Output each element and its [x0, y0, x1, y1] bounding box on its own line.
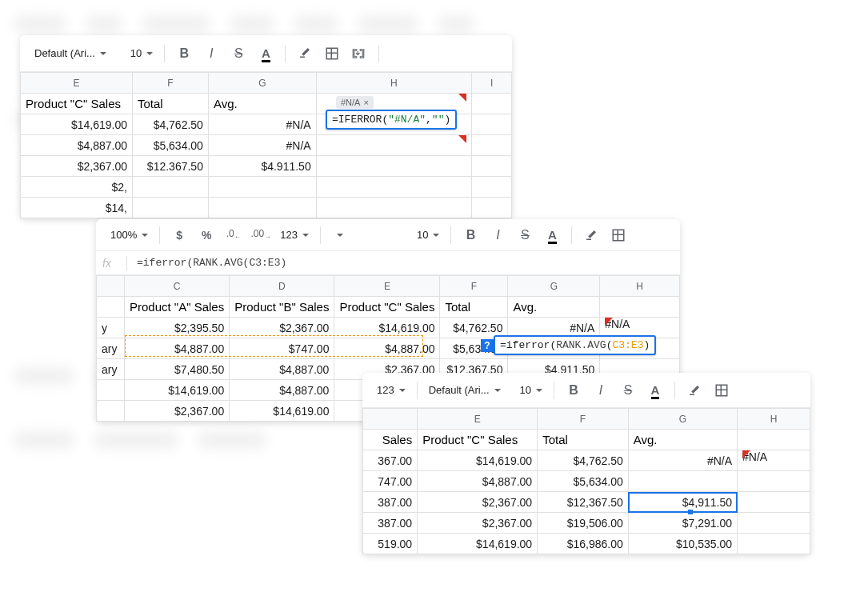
cell[interactable]: $2,367.00 [418, 492, 538, 513]
italic-button[interactable]: I [200, 42, 222, 66]
cell[interactable]: Product "C" Sales [21, 94, 133, 114]
cell[interactable]: ary [97, 338, 125, 359]
inline-formula-editor[interactable]: =IFERROR("#N/A","") [326, 110, 457, 130]
cell[interactable] [97, 401, 125, 422]
bold-button[interactable]: B [562, 378, 585, 402]
cell[interactable]: Total [538, 430, 629, 450]
cell[interactable]: Total [132, 94, 208, 114]
numfmt-dropdown[interactable]: 123 [277, 223, 312, 247]
cell[interactable]: $4.911.50 [208, 156, 316, 177]
col-header[interactable]: H [738, 409, 810, 430]
col-header[interactable]: C [124, 276, 229, 297]
fillcolor-button[interactable] [683, 378, 706, 402]
col-header[interactable]: F [538, 409, 629, 430]
col-header[interactable]: E [418, 409, 538, 430]
col-header[interactable]: H [316, 73, 471, 94]
col-header[interactable]: F [132, 73, 208, 94]
close-icon[interactable]: × [363, 98, 368, 107]
cell[interactable]: Total [440, 297, 508, 318]
borders-button[interactable] [321, 42, 343, 66]
cell[interactable]: $2,367.00 [21, 156, 133, 177]
strike-button[interactable]: S [617, 378, 639, 402]
font-dropdown[interactable] [329, 223, 409, 247]
cell[interactable]: $4,887.00 [418, 471, 538, 492]
cell[interactable] [132, 198, 208, 218]
bold-button[interactable]: B [173, 42, 195, 66]
cell[interactable]: #N/A [628, 450, 737, 471]
fontsize-dropdown[interactable]: 10 [517, 378, 546, 402]
cell[interactable]: $14,619.00 [418, 534, 538, 554]
cell[interactable] [316, 177, 471, 198]
grid-1[interactable]: E F G H I Product "C" Sales Total Avg. $… [20, 72, 512, 218]
cell[interactable]: #N/A [208, 135, 316, 156]
cell[interactable] [97, 380, 125, 401]
cell[interactable]: Product "C" Sales [418, 430, 538, 450]
cell[interactable]: $14, [21, 198, 133, 218]
textcolor-button[interactable]: A [644, 378, 666, 402]
cell[interactable] [316, 156, 471, 177]
col-header[interactable]: E [21, 73, 133, 94]
cell[interactable] [132, 177, 208, 198]
cell[interactable]: $4,887.00 [230, 359, 334, 380]
strike-button[interactable]: S [227, 42, 250, 66]
fillcolor-button[interactable] [580, 223, 602, 247]
cell[interactable]: Product "A" Sales [124, 297, 229, 318]
cell[interactable]: $5,634.00 [538, 471, 629, 492]
cell[interactable]: $4,887.00 [21, 135, 133, 156]
cell[interactable]: $2, [21, 177, 133, 198]
cell[interactable] [472, 135, 512, 156]
formula-help-icon[interactable]: ? [481, 339, 494, 352]
fontsize-dropdown[interactable]: 10 [127, 42, 156, 66]
col-header[interactable]: D [230, 276, 334, 297]
cell[interactable]: $12.367.50 [132, 156, 208, 177]
cell[interactable]: $14,619.00 [124, 380, 229, 401]
textcolor-button[interactable]: A [254, 42, 277, 66]
cell[interactable]: $14,619.00 [418, 450, 538, 471]
cell[interactable]: Product "C" Sales [334, 297, 440, 318]
cell[interactable] [472, 94, 512, 114]
strike-button[interactable]: S [514, 223, 536, 247]
cell[interactable]: $16,986.00 [538, 534, 629, 554]
cell[interactable]: 367.00 [363, 450, 418, 471]
cell[interactable]: $12,367.50 [538, 492, 629, 513]
col-header[interactable] [97, 276, 125, 297]
cell[interactable]: $10,535.00 [628, 534, 737, 554]
cell[interactable]: 747.00 [363, 471, 418, 492]
cell[interactable] [208, 198, 316, 218]
col-header[interactable]: G [208, 73, 316, 94]
col-header[interactable]: G [628, 409, 737, 430]
cell[interactable]: $7,291.00 [628, 513, 737, 534]
zoom-dropdown[interactable]: 100% [107, 223, 151, 247]
cell[interactable]: $4,887.00 [124, 338, 229, 359]
formula-input[interactable] [130, 257, 680, 269]
cell[interactable] [316, 198, 471, 218]
borders-button[interactable] [607, 223, 630, 247]
cell[interactable]: $14,619.00 [230, 401, 334, 422]
error-tooltip[interactable]: #N/A× [336, 96, 374, 109]
increase-decimal-button[interactable]: .00→ [250, 223, 272, 247]
cell[interactable]: $14,619.00 [334, 318, 440, 338]
cell[interactable]: $747.00 [230, 338, 334, 359]
numfmt-dropdown[interactable]: 123 [374, 378, 409, 402]
inline-formula-editor[interactable]: =iferror(RANK.AVG(C3:E3) [494, 335, 656, 355]
textcolor-button[interactable]: A [541, 223, 563, 247]
cell[interactable]: y [97, 318, 125, 338]
cell-selected[interactable]: $4,911.50 [628, 492, 737, 513]
cell[interactable] [208, 177, 316, 198]
cell[interactable]: $7,480.50 [124, 359, 229, 380]
cell[interactable]: $19,506.00 [538, 513, 629, 534]
cell[interactable] [472, 198, 512, 218]
font-dropdown[interactable]: Default (Ari... [31, 42, 110, 66]
borders-button[interactable] [710, 378, 733, 402]
cell[interactable]: ary [97, 359, 125, 380]
cell[interactable] [738, 492, 810, 513]
decrease-decimal-button[interactable]: .0← [222, 223, 245, 247]
cell[interactable]: $2,367.00 [230, 318, 334, 338]
col-header[interactable]: I [472, 73, 512, 94]
font-dropdown[interactable]: Default (Ari... [426, 378, 504, 402]
currency-button[interactable]: $ [168, 223, 190, 247]
cell[interactable] [472, 114, 512, 135]
cell[interactable] [628, 471, 737, 492]
cell[interactable] [738, 471, 810, 492]
merge-button[interactable] [348, 42, 370, 66]
